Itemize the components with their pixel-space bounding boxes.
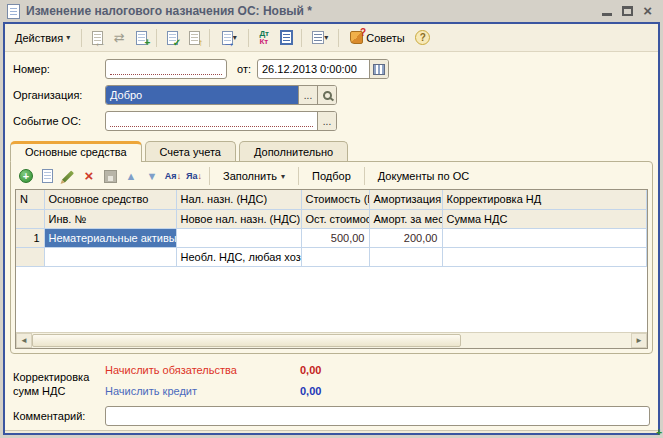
tab-additional[interactable]: Дополнительно — [239, 141, 348, 161]
copy-button[interactable]: + — [131, 28, 151, 48]
rest-cost-cell[interactable] — [301, 247, 369, 266]
date-value: 26.12.2013 0:00:00 — [258, 63, 369, 75]
close-form-button[interactable]: Закрыть — [588, 435, 650, 436]
col-n[interactable]: N — [16, 190, 44, 209]
fill-button[interactable]: Заполнить▾ — [216, 168, 292, 184]
header-fields: Номер: от: 26.12.2013 0:00:00 Организаци… — [5, 52, 658, 141]
delete-icon: × — [85, 169, 94, 183]
liability-value[interactable]: 0,00 — [300, 364, 321, 376]
post-button[interactable]: → ▾ — [215, 28, 243, 48]
tax-cell[interactable] — [176, 228, 301, 247]
inventory-cell[interactable] — [44, 247, 176, 266]
copy-plus-icon: + — [144, 38, 150, 48]
amortization-cell[interactable]: 200,00 — [369, 228, 442, 247]
actions-label: Действия — [15, 32, 63, 44]
chevron-down-icon: ▾ — [324, 33, 328, 42]
close-button[interactable]: × — [643, 6, 652, 16]
chevron-down-icon: ▾ — [66, 33, 70, 42]
scroll-left-button[interactable]: ◄ — [16, 333, 32, 348]
row-number-cell — [16, 247, 44, 266]
minimize-button[interactable] — [602, 6, 612, 16]
move-down-button[interactable]: ▼ — [143, 167, 161, 185]
calendar-button[interactable] — [369, 60, 388, 78]
scroll-right-button[interactable]: ► — [631, 333, 647, 348]
event-input[interactable]: ... — [105, 111, 337, 131]
col-asset[interactable]: Основное средство — [44, 190, 176, 209]
add-row-button[interactable]: + — [17, 167, 35, 185]
correction-cell[interactable] — [442, 228, 647, 247]
cost-cell[interactable]: 500,00 — [301, 228, 369, 247]
floppy-icon — [104, 170, 117, 183]
tips-label: Советы — [366, 32, 404, 44]
tab-strip: Основные средства Счета учета Дополнител… — [5, 141, 658, 161]
sort-desc-icon: Яа↓ — [186, 172, 202, 181]
tab-fixed-assets[interactable]: Основные средства — [10, 141, 142, 161]
vat-adjustment-label: Корректировка сумм НДС — [13, 364, 105, 398]
chevron-down-icon: ▾ — [281, 172, 285, 181]
footer-button-bar: OK Записать Закрыть — [5, 430, 658, 435]
table-row: 1 Нематериальные активы, у... 500,00 200… — [16, 228, 647, 247]
col-vat-sum[interactable]: Сумма НДС — [442, 209, 647, 228]
window-title: Изменение налогового назначения ОС: Новы… — [26, 4, 596, 18]
copy-row-button[interactable]: + — [38, 167, 56, 185]
horizontal-scrollbar[interactable]: ◄ ► — [16, 332, 647, 348]
date-label: от: — [237, 63, 251, 75]
col-tax[interactable]: Нал. назн. (НДС) — [176, 190, 301, 209]
help-button[interactable]: ? — [413, 28, 433, 48]
tab-accounts[interactable]: Счета учета — [145, 141, 236, 161]
col-correction[interactable]: Корректировка НД — [442, 190, 647, 209]
ok-button[interactable]: OK — [482, 435, 519, 436]
actions-menu-button[interactable]: Действия ▾ — [9, 28, 76, 48]
pick-button[interactable]: Подбор — [305, 168, 358, 184]
post-arrow-icon: → — [222, 38, 235, 48]
dt-kt-icon: Дт Кт — [259, 30, 269, 46]
write-button[interactable]: ✓ — [162, 28, 182, 48]
journal-button[interactable] — [276, 28, 296, 48]
col-new-tax[interactable]: Новое нал. назн. (НДС) — [176, 209, 301, 228]
credit-value[interactable]: 0,00 — [300, 385, 321, 397]
help-icon: ? — [415, 30, 430, 45]
go-button: ↑ — [184, 28, 204, 48]
date-input[interactable]: 26.12.2013 0:00:00 — [257, 59, 389, 79]
scroll-thumb[interactable] — [32, 334, 461, 347]
number-label: Номер: — [13, 63, 105, 75]
edit-row-button[interactable] — [59, 167, 77, 185]
amort-month-cell[interactable] — [369, 247, 442, 266]
structure-button[interactable]: ▾ — [307, 28, 333, 48]
sort-asc-button[interactable]: Ая↓ — [164, 167, 182, 185]
col-amort-month[interactable]: Аморт. за мес... — [369, 209, 442, 228]
new-tax-cell[interactable]: Необл. НДС, любая хоз. — [176, 247, 301, 266]
tips-button[interactable]: Советы — [344, 27, 410, 48]
comment-row: Комментарий: — [5, 402, 658, 430]
row-number-cell[interactable]: 1 — [16, 228, 44, 247]
document-window: Изменение налогового назначения ОС: Новы… — [0, 0, 663, 438]
asset-documents-button[interactable]: Документы по ОС — [371, 168, 476, 184]
delete-row-button[interactable]: × — [80, 167, 98, 185]
col-inventory[interactable]: Инв. № — [44, 209, 176, 228]
move-up-button[interactable]: ▲ — [122, 167, 140, 185]
organization-select-button[interactable]: ... — [298, 86, 317, 104]
col-rest-cost[interactable]: Ост. стоимос... — [301, 209, 369, 228]
asset-cell[interactable]: Нематериальные активы, у... — [44, 228, 176, 247]
journal-icon — [280, 30, 293, 45]
number-input[interactable] — [105, 59, 227, 79]
liability-row: Начислить обязательства 0,00 — [105, 364, 321, 376]
event-select-button[interactable]: ... — [317, 112, 336, 130]
col-amortization[interactable]: Амортизация (... — [369, 190, 442, 209]
sort-arrow-icon: ↓ — [197, 171, 202, 181]
accrue-liability-link[interactable]: Начислить обязательства — [105, 364, 300, 376]
organization-input[interactable]: Добро ... — [105, 85, 337, 105]
add-icon: + — [19, 169, 33, 183]
end-edit-button — [101, 167, 119, 185]
comment-input[interactable] — [105, 406, 650, 426]
assets-group-box: + + × ▲ ▼ Ая↓ Яа↓ Заполнить▾ Подбор Доку… — [10, 161, 653, 354]
organization-open-button[interactable] — [317, 86, 336, 104]
vat-sum-cell[interactable] — [442, 247, 647, 266]
maximize-button[interactable] — [622, 6, 633, 16]
sort-desc-button[interactable]: Яа↓ — [185, 167, 203, 185]
save-button[interactable]: Записать — [520, 435, 587, 436]
accrue-credit-link[interactable]: Начислить кредит — [105, 385, 300, 397]
magnifier-icon — [323, 91, 332, 100]
postings-button[interactable]: Дт Кт — [254, 28, 274, 48]
col-cost[interactable]: Стоимость (БУ) — [301, 190, 369, 209]
